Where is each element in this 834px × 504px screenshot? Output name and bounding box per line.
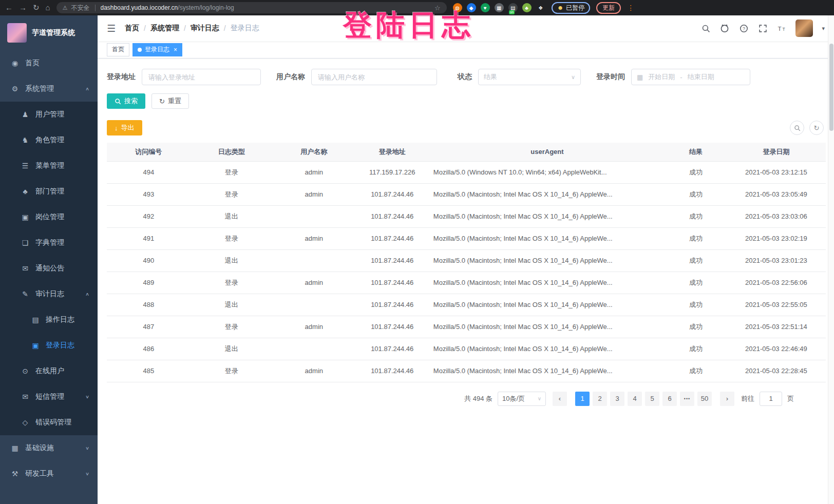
reset-button-label: 重置 [168,96,181,106]
avatar-caret-down-icon[interactable]: ▾ [822,25,825,32]
sidebar-item-user-management[interactable]: ♟ 用户管理 [0,102,98,127]
browser-home-icon[interactable]: ⌂ [46,0,50,15]
extension-icon-list-on[interactable]: ▤on [508,3,518,12]
svg-text:T: T [783,27,785,32]
sidebar-item-audit-log[interactable]: ✎ 审计日志 ∧ [0,281,98,307]
page-button-5[interactable]: 5 [645,392,659,406]
search-button[interactable]: 搜索 [107,93,145,109]
column-header-user: 用户名称 [273,143,355,161]
scrollbar-thumb[interactable] [829,44,833,131]
fullscreen-icon[interactable] [757,23,768,33]
cell-login-address: 101.87.244.46 [355,360,429,382]
export-button[interactable]: ↓ 导出 [107,120,142,135]
browser-menu-icon[interactable]: ⋮ [627,4,634,12]
page-button-3[interactable]: 3 [610,392,624,406]
sidebar-item-department-management[interactable]: ♣ 部门管理 [0,179,98,204]
page-button-4[interactable]: 4 [628,392,642,406]
cell-login-date: 2021-05-03 23:01:23 [727,249,826,272]
username-label: 用户名称 [276,72,305,82]
cell-result: 成功 [665,205,727,227]
prev-page-button[interactable]: ‹ [553,392,567,406]
chevron-icon: ∨ [85,394,89,399]
toggle-search-button[interactable] [790,121,804,135]
page-button-50[interactable]: 50 [697,392,712,406]
goto-label: 前往 [741,394,754,403]
sidebar-item-sms-management[interactable]: ✉ 短信管理 ∨ [0,384,98,410]
help-icon[interactable]: ? [738,23,749,33]
sidebar-item-infrastructure[interactable]: ▦ 基础设施 ∨ [0,435,98,461]
breadcrumb-item-login-log[interactable]: 登录日志 [231,24,259,33]
tag-home[interactable]: 首页 [107,43,129,56]
tag-login-log[interactable]: 登录日志× [132,43,182,56]
sidebar-logo[interactable]: 芋道管理系统 [0,15,98,50]
cell-login-address: 101.87.244.46 [355,183,429,205]
goto-page-input[interactable] [760,392,782,406]
sidebar-item-role-management[interactable]: ♞ 角色管理 [0,127,98,153]
username-input[interactable] [311,69,437,85]
menu-item-label: 系统管理 [25,84,54,93]
breadcrumb-item-home[interactable]: 首页/ [125,24,150,33]
menu-item-label: 用户管理 [35,110,64,119]
sidebar-toggle-icon[interactable]: ☰ [107,23,116,34]
cell-user-agent: Mozilla/5.0 (Macintosh; Intel Mac OS X 1… [429,249,665,272]
chevron-icon: ∨ [85,445,89,451]
sidebar-item-notice-announcement[interactable]: ✉ 通知公告 [0,256,98,281]
sidebar-item-system-management[interactable]: ⚙ 系统管理 ∧ [0,76,98,102]
search-icon[interactable] [700,23,711,33]
user-avatar[interactable] [795,20,813,37]
breadcrumb-item-audit-log[interactable]: 审计日志/ [191,24,231,33]
sidebar-item-menu-management[interactable]: ☰ 菜单管理 [0,153,98,179]
browser-update-button[interactable]: 更新 [596,2,621,14]
extension-icon-green-heart[interactable]: ♥ [481,3,490,12]
sidebar-item-login-log[interactable]: ▣ 登录日志 [0,333,98,358]
page-button-6[interactable]: 6 [662,392,677,406]
column-header-result: 结果 [665,143,727,161]
menu-item-label: 岗位管理 [35,212,64,222]
goto-page-unit: 页 [787,394,794,403]
cell-access-id: 487 [107,316,191,338]
browser-forward-icon[interactable]: → [19,0,27,15]
menu-item-label: 研发工具 [25,469,54,478]
login-time-range-picker[interactable]: ▦ 开始日期 - 结束日期 [631,69,750,85]
sidebar-item-dict-management[interactable]: ❏ 字典管理 [0,230,98,256]
reset-button[interactable]: ↻ 重置 [151,93,189,109]
page-button-more[interactable]: ••• [680,392,694,406]
address-bar[interactable]: ⚠ 不安全 dashboard.yudao.iocoder.cn/system/… [56,2,447,13]
extension-glyph: ▦ [497,5,501,11]
cell-login-address: 101.87.244.46 [355,227,429,249]
sidebar-item-online-users[interactable]: ⊙ 在线用户 [0,358,98,384]
page-size-select[interactable]: 10条/页 ∨ [498,392,546,406]
sidebar-item-post-management[interactable]: ▣ 岗位管理 [0,204,98,230]
bookmark-star-icon[interactable]: ☆ [434,4,441,12]
sidebar-item-error-code-management[interactable]: ◇ 错误码管理 [0,410,98,435]
font-size-icon[interactable]: TT [776,23,787,33]
extension-icon-puzzle[interactable]: ❖ [536,3,545,12]
browser-reload-icon[interactable]: ↻ [33,0,40,15]
breadcrumb-item-system-management[interactable]: 系统管理/ [150,24,191,33]
page-scrollbar[interactable] [828,15,834,504]
cell-username [273,205,355,227]
extension-icon-blue-gem[interactable]: ◆ [467,3,476,12]
page-button-1[interactable]: 1 [575,392,590,406]
sidebar-item-devtools[interactable]: ⚒ 研发工具 ∨ [0,461,98,487]
login-address-input[interactable] [142,69,261,85]
extension-icon-grid[interactable]: ▦ [495,3,504,12]
cell-user-agent: Mozilla/5.0 (Windows NT 10.0; Win64; x64… [429,161,665,183]
refresh-table-button[interactable]: ↻ [809,121,824,135]
extension-icon-leaf[interactable]: ♣ [522,3,532,12]
svg-text:?: ? [743,26,745,31]
tag-close-icon[interactable]: × [174,46,177,53]
sidebar-item-home[interactable]: ◉ 首页 [0,50,98,76]
github-icon[interactable] [719,23,730,33]
browser-back-icon[interactable]: ← [5,0,13,15]
security-warning-icon[interactable]: ⚠ [63,5,68,11]
status-select[interactable]: 结果 ∨ [478,69,581,85]
cell-access-id: 486 [107,338,191,360]
page-button-2[interactable]: 2 [593,392,607,406]
profile-paused-pill[interactable]: ☻已暂停 [552,2,591,14]
filter-status: 状态 结果 ∨ [458,69,581,85]
extension-icon-orange[interactable]: ◍ [453,3,462,12]
sidebar-item-operation-log[interactable]: ▤ 操作日志 [0,307,98,333]
extension-glyph: ♣ [525,5,528,11]
next-page-button[interactable]: › [720,392,734,406]
